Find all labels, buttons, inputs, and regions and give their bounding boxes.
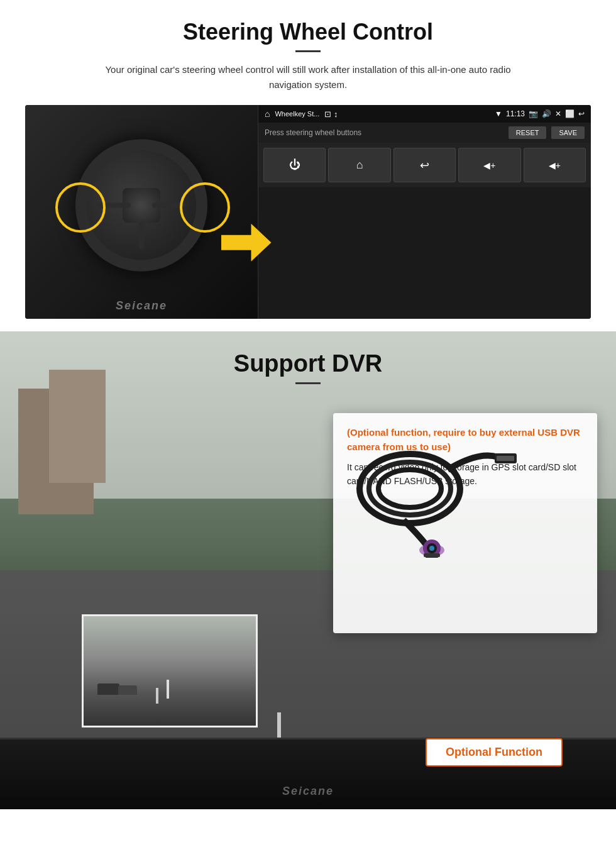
vol-up-icon: ◀+ <box>549 160 561 170</box>
swc-seicane-watermark: Seicane <box>116 299 167 313</box>
dvr-section: Support DVR (Optional function, require … <box>0 331 616 809</box>
app-name: Wheelkey St... <box>275 110 319 118</box>
back-btn-icon: ↩ <box>420 158 429 172</box>
highlight-circle-left <box>55 182 106 233</box>
dvr-title-area: Support DVR <box>0 331 616 390</box>
svg-rect-9 <box>424 553 440 557</box>
camera-icon: 📷 <box>529 109 538 118</box>
instruction-label: Press steering wheel buttons <box>265 128 361 137</box>
swc-description: Your original car's steering wheel contr… <box>88 62 528 92</box>
dvr-seicane-watermark: Seicane <box>282 785 334 798</box>
home-icon: ⌂ <box>265 109 270 119</box>
swc-btn-home[interactable]: ⌂ <box>328 148 390 182</box>
back-icon: ↩ <box>578 109 585 118</box>
android-statusbar: ⌂ Wheelkey St... ⊡ ↕ ▼ 11:13 📷 🔊 ✕ ⬜ ↩ <box>258 105 591 123</box>
statusbar-left: ⌂ Wheelkey St... ⊡ ↕ <box>265 109 338 119</box>
screen-icon: ⬜ <box>565 109 575 118</box>
dvr-camera-svg <box>322 438 523 558</box>
reset-button[interactable]: RESET <box>509 126 547 139</box>
android-ui-panel: ⌂ Wheelkey St... ⊡ ↕ ▼ 11:13 📷 🔊 ✕ ⬜ ↩ P… <box>258 105 591 319</box>
close-icon: ✕ <box>555 109 561 118</box>
thumbnail-road-scene <box>84 616 256 726</box>
swc-btn-power[interactable]: ⏻ <box>263 148 326 182</box>
swc-section: Steering Wheel Control Your original car… <box>0 0 616 331</box>
svg-rect-4 <box>497 456 514 461</box>
optional-function-button[interactable]: Optional Function <box>426 738 563 766</box>
statusbar-right: ▼ 11:13 📷 🔊 ✕ ⬜ ↩ <box>495 109 585 118</box>
dvr-title: Support DVR <box>0 350 616 377</box>
car-silhouette-1 <box>97 683 119 695</box>
spoke-bottom <box>139 222 144 250</box>
save-button[interactable]: SAVE <box>551 126 585 139</box>
dvr-camera-product <box>316 432 552 558</box>
swc-title: Steering Wheel Control <box>25 19 591 45</box>
highlight-circle-right <box>180 182 230 233</box>
svg-point-8 <box>429 546 434 551</box>
road-marking <box>277 712 281 738</box>
swc-control-buttons: ⏻ ⌂ ↩ ◀+ ◀+ <box>258 143 591 187</box>
clock: 11:13 <box>506 109 525 118</box>
dvr-info-card: (Optional function, require to buy exter… <box>333 413 597 633</box>
wifi-icon: ▼ <box>495 109 502 118</box>
usb-icon: ⊡ ↕ <box>324 109 338 119</box>
car-silhouette-2 <box>118 685 137 695</box>
swc-btn-vol-down[interactable]: ◀+ <box>458 148 520 182</box>
swc-btn-back[interactable]: ↩ <box>393 148 456 182</box>
vol-down-icon: ◀+ <box>483 160 495 170</box>
home-btn-icon: ⌂ <box>356 158 363 172</box>
svg-rect-10 <box>426 557 438 558</box>
dvr-road-thumbnail <box>82 614 258 728</box>
android-topbar: Press steering wheel buttons RESET SAVE <box>258 123 591 143</box>
thumbnail-road-line <box>167 680 169 699</box>
topbar-buttons[interactable]: RESET SAVE <box>509 126 585 139</box>
volume-icon: 🔊 <box>542 109 551 118</box>
swc-divider <box>295 50 321 52</box>
dvr-divider <box>295 382 321 384</box>
steering-wheel-photo: Seicane <box>25 105 258 319</box>
swc-image-container: Seicane ⌂ Wheelkey St... ⊡ ↕ ▼ 11:13 📷 🔊… <box>25 105 591 319</box>
power-icon: ⏻ <box>289 158 300 172</box>
road-line-2 <box>156 688 158 704</box>
optional-function-label: Optional Function <box>446 746 542 758</box>
svg-point-2 <box>378 470 441 507</box>
swc-btn-vol-up[interactable]: ◀+ <box>524 148 586 182</box>
